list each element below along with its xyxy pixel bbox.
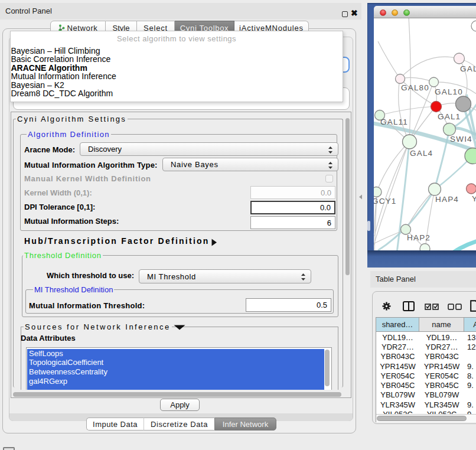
- svg-text:SWI4: SWI4: [450, 135, 472, 144]
- svg-text:GAL11: GAL11: [380, 118, 408, 126]
- svg-text:GAL4: GAL4: [410, 149, 433, 158]
- svg-text:GAL80: GAL80: [401, 83, 429, 92]
- svg-text:HAP4: HAP4: [435, 195, 459, 204]
- svg-text:GAL10: GAL10: [435, 87, 463, 96]
- svg-text:HAP2: HAP2: [407, 233, 431, 242]
- svg-text:Y: Y: [472, 194, 476, 203]
- svg-text:GCY1: GCY1: [374, 197, 397, 206]
- svg-text:GAL: GAL: [460, 64, 476, 73]
- svg-text:GAL1: GAL1: [438, 112, 461, 121]
